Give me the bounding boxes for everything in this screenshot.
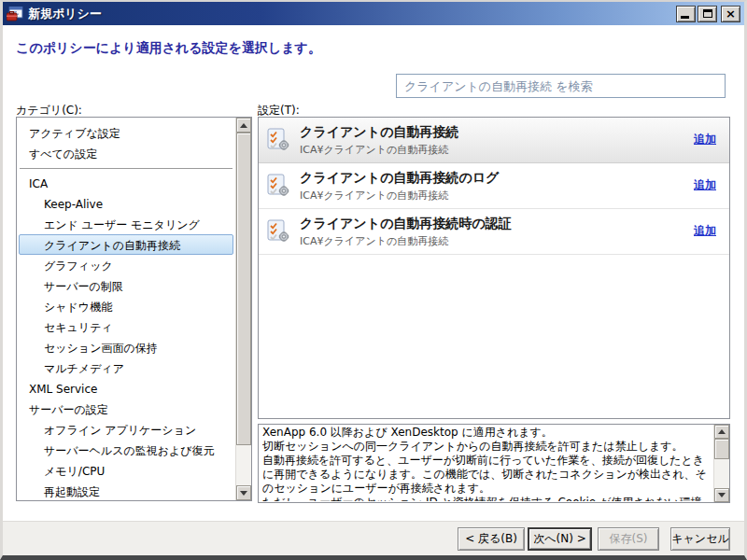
- setting-row[interactable]: クライアントの自動再接続のログ ICA¥クライアントの自動再接続 追加: [259, 163, 729, 209]
- close-icon: ×: [726, 7, 736, 20]
- next-button[interactable]: 次へ(N) >: [528, 527, 592, 551]
- scrollbar-thumb[interactable]: [714, 439, 729, 459]
- description-panel: XenApp 6.0 以降および XenDesktop に適用されます。切断セッ…: [258, 424, 730, 503]
- save-button[interactable]: 保存(S): [598, 527, 659, 551]
- minimize-button[interactable]: [676, 6, 696, 22]
- scrollbar-thumb[interactable]: [236, 133, 251, 445]
- category-item[interactable]: クライアントの自動再接続: [19, 234, 233, 255]
- description-line: 自動再接続を許可すると、ユーザーが切断前に行っていた作業を、接続が回復したときに…: [262, 454, 711, 496]
- titlebar[interactable]: 新規ポリシー ×: [3, 2, 744, 25]
- minimize-icon: [681, 16, 689, 19]
- category-item[interactable]: サーバーの設定: [19, 399, 233, 419]
- setting-title: クライアントの自動再接続時の認証: [300, 216, 512, 232]
- add-link[interactable]: 追加: [694, 132, 716, 147]
- setting-title: クライアントの自動再接続: [300, 124, 458, 141]
- policy-setting-icon: [266, 219, 290, 244]
- setting-title: クライアントの自動再接続のログ: [300, 170, 499, 187]
- close-button[interactable]: ×: [721, 6, 740, 22]
- window-icon: [7, 7, 23, 21]
- category-item[interactable]: すべての設定: [19, 143, 233, 163]
- category-item[interactable]: オフライン アプリケーション: [19, 419, 233, 440]
- category-item[interactable]: セッション画面の保持: [19, 337, 233, 357]
- cancel-button[interactable]: キャンセル: [670, 527, 730, 551]
- scroll-up-button[interactable]: [236, 118, 251, 133]
- arrow-down-icon: [718, 493, 726, 497]
- category-item[interactable]: エンド ユーザー モニタリング: [19, 214, 233, 234]
- description-scrollbar[interactable]: [713, 425, 729, 502]
- category-item[interactable]: アクティブな設定: [19, 122, 233, 143]
- category-separator: [20, 168, 233, 169]
- search-input[interactable]: [396, 74, 726, 98]
- description-text: XenApp 6.0 以降および XenDesktop に適用されます。切断セッ…: [262, 426, 711, 501]
- category-item[interactable]: Keep-Alive: [19, 193, 233, 214]
- button-bar: < 戻る(B) 次へ(N) > 保存(S) キャンセル: [3, 521, 744, 555]
- category-item[interactable]: シャドウ機能: [19, 296, 233, 316]
- settings-list: クライアントの自動再接続 ICA¥クライアントの自動再接続 追加 クライアントの…: [258, 117, 730, 419]
- category-item[interactable]: メモリ/CPU: [19, 460, 233, 481]
- dialog-body: このポリシーにより適用される設定を選択します。 カテゴリ(C): 設定(T): …: [3, 25, 744, 521]
- add-link[interactable]: 追加: [694, 223, 716, 239]
- scroll-down-button[interactable]: [236, 485, 251, 500]
- description-line: XenApp 6.0 以降および XenDesktop に適用されます。: [262, 426, 711, 440]
- window-title: 新規ポリシー: [28, 6, 676, 22]
- category-item[interactable]: グラフィック: [19, 255, 233, 275]
- scroll-up-button[interactable]: [714, 425, 729, 439]
- setting-path: ICA¥クライアントの自動再接続: [300, 234, 448, 248]
- setting-path: ICA¥クライアントの自動再接続: [300, 189, 448, 203]
- category-item[interactable]: マルチメディア: [19, 357, 233, 378]
- add-link[interactable]: 追加: [694, 177, 716, 193]
- category-item[interactable]: サーバーヘルスの監視および復元: [19, 440, 233, 460]
- description-line: ただし、ユーザーのセッション ID と資格情報を保持する Cookie が使用さ…: [262, 496, 711, 501]
- category-list: アクティブな設定すべての設定ICAKeep-Aliveエンド ユーザー モニタリ…: [16, 117, 252, 501]
- policy-setting-icon: [266, 174, 290, 198]
- setting-path: ICA¥クライアントの自動再接続: [300, 143, 448, 157]
- window-controls: ×: [676, 6, 740, 22]
- page-title: このポリシーにより適用される設定を選択します。: [16, 40, 321, 57]
- description-line: 切断セッションへの同一クライアントからの自動再接続を許可または禁止します。: [262, 440, 711, 454]
- new-policy-dialog: 新規ポリシー × このポリシーにより適用される設定を選択します。 カテゴリ(C)…: [0, 0, 747, 560]
- setting-row[interactable]: クライアントの自動再接続 ICA¥クライアントの自動再接続 追加: [259, 118, 729, 163]
- arrow-up-icon: [718, 429, 726, 434]
- arrow-down-icon: [240, 491, 247, 496]
- category-item[interactable]: XML Service: [19, 378, 233, 399]
- scroll-down-button[interactable]: [714, 488, 729, 502]
- category-item[interactable]: ICA: [19, 173, 233, 193]
- category-scrollbar[interactable]: [235, 118, 251, 500]
- policy-setting-icon: [266, 128, 290, 152]
- maximize-icon: [703, 9, 712, 18]
- back-button[interactable]: < 戻る(B): [458, 527, 525, 551]
- category-item[interactable]: 再起動設定: [19, 481, 233, 500]
- category-item[interactable]: サーバーの制限: [19, 275, 233, 296]
- maximize-button[interactable]: [698, 6, 717, 22]
- category-item[interactable]: セキュリティ: [19, 316, 233, 337]
- arrow-up-icon: [240, 123, 247, 128]
- setting-row[interactable]: クライアントの自動再接続時の認証 ICA¥クライアントの自動再接続 追加: [259, 209, 729, 255]
